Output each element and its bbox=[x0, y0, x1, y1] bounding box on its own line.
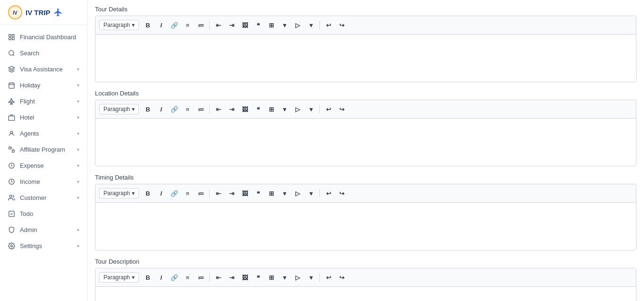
sidebar-item-settings[interactable]: Settings ▾ bbox=[0, 238, 87, 254]
undo-button-description[interactable]: ↩ bbox=[322, 271, 335, 284]
table-chevron-timing[interactable]: ▾ bbox=[278, 187, 291, 199]
quote-button-description[interactable]: ❝ bbox=[252, 271, 264, 284]
paragraph-select-location[interactable]: Paragraph ▾ bbox=[99, 104, 139, 114]
table-button-location[interactable]: ⊞ bbox=[265, 103, 277, 115]
timing-details-body[interactable] bbox=[95, 203, 636, 250]
link-button-location[interactable]: 🔗 bbox=[168, 103, 180, 115]
undo-button-timing[interactable]: ↩ bbox=[322, 187, 335, 199]
italic-button-description[interactable]: I bbox=[155, 271, 167, 284]
tour-description-title: Tour Description bbox=[95, 258, 636, 265]
sidebar-item-expense[interactable]: Expense ▾ bbox=[0, 157, 87, 173]
sidebar-item-customer[interactable]: Customer ▾ bbox=[0, 189, 87, 206]
image-button-tour[interactable]: 🖼 bbox=[239, 19, 251, 31]
link-button-timing[interactable]: 🔗 bbox=[168, 187, 180, 199]
agents-icon bbox=[8, 129, 15, 137]
tour-details-toolbar: Paragraph ▾ B I 🔗 ≡ ≔ ⇤ ⇥ 🖼 ❝ ⊞ ▾ ▷ ▾ ↩ … bbox=[95, 16, 636, 34]
quote-button-tour[interactable]: ❝ bbox=[252, 19, 264, 31]
table-chevron-description[interactable]: ▾ bbox=[278, 271, 291, 284]
image-button-timing[interactable]: 🖼 bbox=[239, 187, 251, 199]
undo-button-tour[interactable]: ↩ bbox=[322, 19, 335, 31]
media-chevron-tour[interactable]: ▾ bbox=[305, 19, 317, 31]
table-button-description[interactable]: ⊞ bbox=[265, 271, 277, 284]
bullet-list-button-timing[interactable]: ≡ bbox=[181, 187, 194, 199]
undo-button-location[interactable]: ↩ bbox=[322, 103, 335, 115]
sidebar-item-hotel[interactable]: Hotel ▾ bbox=[0, 109, 87, 125]
separator bbox=[209, 189, 210, 198]
link-button-description[interactable]: 🔗 bbox=[168, 271, 180, 284]
numbered-list-button-description[interactable]: ≔ bbox=[195, 271, 207, 284]
sidebar-label-search: Search bbox=[20, 50, 79, 57]
sidebar-item-financial-dashboard[interactable]: Financial Dashboard bbox=[0, 29, 87, 45]
numbered-list-button-tour[interactable]: ≔ bbox=[195, 19, 207, 31]
sidebar-item-flight[interactable]: Flight ▾ bbox=[0, 93, 87, 109]
media-button-location[interactable]: ▷ bbox=[292, 103, 304, 115]
italic-button-timing[interactable]: I bbox=[155, 187, 167, 199]
indent-increase-button-description[interactable]: ⇥ bbox=[225, 271, 238, 284]
bullet-list-button-description[interactable]: ≡ bbox=[181, 271, 194, 284]
location-details-body[interactable] bbox=[95, 119, 636, 166]
flight-icon bbox=[8, 97, 15, 105]
indent-decrease-button-location[interactable]: ⇤ bbox=[212, 103, 224, 115]
numbered-list-button-timing[interactable]: ≔ bbox=[195, 187, 207, 199]
table-button-tour[interactable]: ⊞ bbox=[265, 19, 277, 31]
chevron-down-icon: ▾ bbox=[77, 115, 79, 120]
italic-button-location[interactable]: I bbox=[155, 103, 167, 115]
bold-button-timing[interactable]: B bbox=[142, 187, 154, 199]
indent-increase-button-tour[interactable]: ⇥ bbox=[225, 19, 238, 31]
quote-button-location[interactable]: ❝ bbox=[252, 103, 264, 115]
indent-increase-button-timing[interactable]: ⇥ bbox=[225, 187, 238, 199]
media-chevron-location[interactable]: ▾ bbox=[305, 103, 317, 115]
paragraph-select-description[interactable]: Paragraph ▾ bbox=[99, 272, 139, 283]
media-chevron-description[interactable]: ▾ bbox=[305, 271, 317, 284]
italic-button-tour[interactable]: I bbox=[155, 19, 167, 31]
svg-point-14 bbox=[10, 131, 13, 133]
bullet-list-button-location[interactable]: ≡ bbox=[181, 103, 194, 115]
sidebar-item-todo[interactable]: Todo bbox=[0, 206, 87, 222]
paragraph-select-timing[interactable]: Paragraph ▾ bbox=[99, 188, 139, 198]
sidebar-item-search[interactable]: Search bbox=[0, 45, 87, 61]
sidebar-item-holiday[interactable]: Holiday ▾ bbox=[0, 77, 87, 93]
search-icon bbox=[8, 49, 15, 57]
indent-decrease-button-tour[interactable]: ⇤ bbox=[212, 19, 224, 31]
numbered-list-button-location[interactable]: ≔ bbox=[195, 103, 207, 115]
image-button-description[interactable]: 🖼 bbox=[239, 271, 251, 284]
sidebar-item-agents[interactable]: Agents ▾ bbox=[0, 125, 87, 141]
indent-decrease-button-timing[interactable]: ⇤ bbox=[212, 187, 224, 199]
media-button-tour[interactable]: ▷ bbox=[292, 19, 304, 31]
media-button-timing[interactable]: ▷ bbox=[292, 187, 304, 199]
media-button-description[interactable]: ▷ bbox=[292, 271, 304, 284]
quote-button-timing[interactable]: ❝ bbox=[252, 187, 264, 199]
image-button-location[interactable]: 🖼 bbox=[239, 103, 251, 115]
indent-decrease-button-description[interactable]: ⇤ bbox=[212, 271, 224, 284]
redo-button-location[interactable]: ↪ bbox=[335, 103, 348, 115]
table-chevron-location[interactable]: ▾ bbox=[278, 103, 291, 115]
bold-button-tour[interactable]: B bbox=[142, 19, 154, 31]
logo-area: IV IV TRIP bbox=[0, 0, 87, 25]
table-button-timing[interactable]: ⊞ bbox=[265, 187, 277, 199]
table-chevron-tour[interactable]: ▾ bbox=[278, 19, 291, 31]
paragraph-select-tour[interactable]: Paragraph ▾ bbox=[99, 20, 139, 30]
sidebar-item-affiliate-program[interactable]: Affiliate Program ▾ bbox=[0, 141, 87, 157]
redo-button-description[interactable]: ↪ bbox=[335, 271, 348, 284]
chevron-down-icon: ▾ bbox=[77, 147, 79, 152]
bold-button-location[interactable]: B bbox=[142, 103, 154, 115]
tour-description-body[interactable] bbox=[95, 287, 636, 301]
bold-button-description[interactable]: B bbox=[142, 271, 154, 284]
sidebar-item-admin[interactable]: Admin ▾ bbox=[0, 222, 87, 238]
tour-details-body[interactable] bbox=[95, 34, 636, 82]
tour-details-editor: Paragraph ▾ B I 🔗 ≡ ≔ ⇤ ⇥ 🖼 ❝ ⊞ ▾ ▷ ▾ ↩ … bbox=[95, 16, 636, 82]
chevron-down-icon: ▾ bbox=[77, 243, 79, 249]
indent-increase-button-location[interactable]: ⇥ bbox=[225, 103, 238, 115]
main-content: Tour Details Paragraph ▾ B I 🔗 ≡ ≔ ⇤ ⇥ 🖼… bbox=[87, 0, 644, 301]
hotel-icon bbox=[8, 113, 15, 121]
redo-button-timing[interactable]: ↪ bbox=[335, 187, 348, 199]
sidebar-item-income[interactable]: Income ▾ bbox=[0, 173, 87, 189]
customer-icon bbox=[8, 194, 15, 201]
media-chevron-timing[interactable]: ▾ bbox=[305, 187, 317, 199]
sidebar-item-visa-assistance[interactable]: Visa Assistance ▾ bbox=[0, 61, 87, 77]
sidebar-label-flight: Flight bbox=[20, 98, 72, 105]
bullet-list-button-tour[interactable]: ≡ bbox=[181, 19, 194, 31]
link-button-tour[interactable]: 🔗 bbox=[168, 19, 180, 31]
sidebar-label-holiday: Holiday bbox=[20, 82, 72, 89]
redo-button-tour[interactable]: ↪ bbox=[335, 19, 348, 31]
